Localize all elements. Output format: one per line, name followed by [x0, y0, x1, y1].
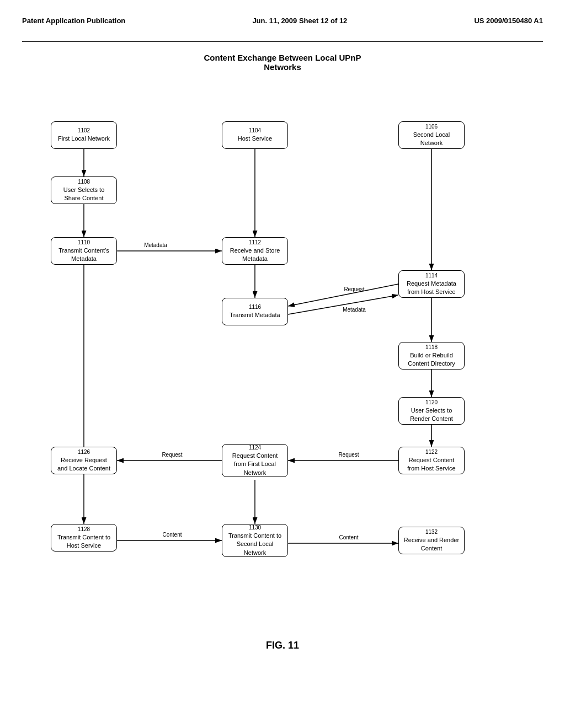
- svg-text:Request: Request: [344, 286, 364, 292]
- diagram-title: Content Exchange Between Local UPnP Netw…: [22, 53, 543, 72]
- box-1132: 1132 Receive and RenderContent: [398, 527, 465, 554]
- box-1108: 1108 User Selects toShare Content: [51, 176, 117, 204]
- header-right: US 2009/0150480 A1: [474, 17, 543, 25]
- box-1102: 1102 First Local Network: [51, 121, 117, 149]
- diagram-container: Metadata Request Metadata Request Reques…: [34, 88, 531, 629]
- box-1112: 1112 Receive and StoreMetadata: [222, 237, 288, 265]
- svg-text:Metadata: Metadata: [343, 307, 366, 313]
- box-1104: 1104 Host Service: [222, 121, 288, 149]
- box-1106: 1106 Second LocalNetwork: [398, 121, 465, 149]
- header-left: Patent Application Publication: [22, 17, 125, 25]
- svg-line-8: [288, 284, 398, 306]
- box-1126: 1126 Receive Requestand Locate Content: [51, 447, 117, 474]
- box-1110: 1110 Transmit Content'sMetadata: [51, 237, 117, 265]
- svg-text:Content: Content: [339, 534, 358, 540]
- fig-label: FIG. 11: [22, 640, 543, 651]
- header: Patent Application Publication Jun. 11, …: [22, 11, 543, 42]
- header-center: Jun. 11, 2009 Sheet 12 of 12: [252, 17, 347, 25]
- svg-text:Metadata: Metadata: [144, 242, 167, 248]
- svg-text:Content: Content: [162, 532, 182, 538]
- box-1130: 1130 Transmit Content toSecond LocalNetw…: [222, 524, 288, 557]
- box-1120: 1120 User Selects toRender Content: [398, 397, 465, 425]
- box-1124: 1124 Request Contentfrom First LocalNetw…: [222, 444, 288, 477]
- box-1114: 1114 Request Metadatafrom Host Service: [398, 270, 465, 298]
- page: Patent Application Publication Jun. 11, …: [0, 0, 565, 728]
- box-1116: 1116 Transmit Metadata: [222, 298, 288, 325]
- svg-text:Request: Request: [338, 452, 359, 458]
- box-1118: 1118 Build or RebuildContent Directory: [398, 342, 465, 370]
- svg-line-10: [288, 295, 398, 314]
- box-1128: 1128 Transmit Content toHost Service: [51, 524, 117, 552]
- box-1122: 1122 Request Contentfrom Host Service: [398, 447, 465, 474]
- svg-text:Request: Request: [162, 452, 182, 458]
